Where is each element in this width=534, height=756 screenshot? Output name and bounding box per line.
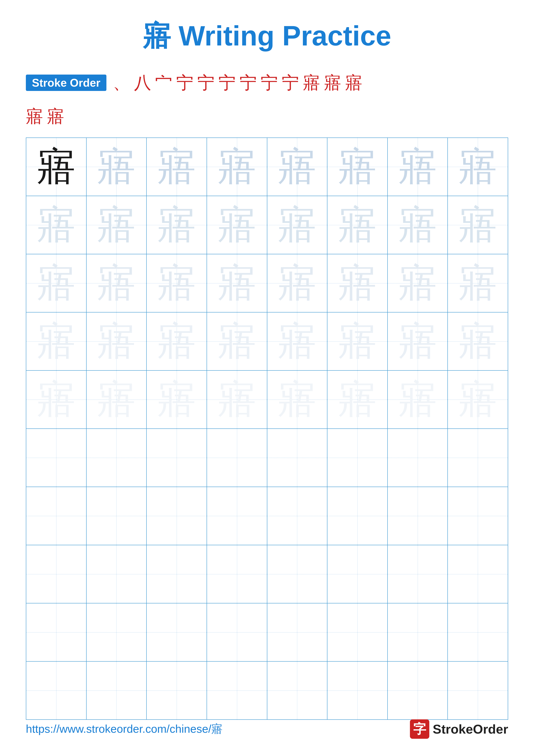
grid-cell-10-4[interactable] <box>207 662 267 719</box>
grid-cell-3-5: 寤 <box>267 254 327 312</box>
grid-cell-10-3[interactable] <box>146 662 207 719</box>
grid-cell-8-3[interactable] <box>146 545 207 603</box>
stroke-11: 寤 <box>324 72 341 93</box>
grid-row-8 <box>26 545 508 603</box>
grid-cell-4-3: 寤 <box>146 312 207 370</box>
stroke-1: 、 <box>113 72 130 93</box>
grid-cell-9-1[interactable] <box>26 603 87 662</box>
grid-row-10 <box>26 662 508 719</box>
grid-cell-4-2: 寤 <box>87 312 147 370</box>
grid-cell-7-2[interactable] <box>87 487 147 545</box>
grid-cell-9-4[interactable] <box>207 603 267 662</box>
grid-cell-6-8[interactable] <box>447 429 508 487</box>
strokeorder-logo-text: StrokeOrder <box>433 722 508 737</box>
grid-cell-5-1: 寤 <box>26 370 87 429</box>
stroke-order-badge: Stroke Order <box>26 74 106 91</box>
footer-url[interactable]: https://www.strokeorder.com/chinese/寤 <box>26 721 222 737</box>
grid-cell-8-7[interactable] <box>388 545 448 603</box>
stroke-9: 宁 <box>282 72 299 93</box>
grid-cell-1-4: 寤 <box>207 138 267 196</box>
grid-cell-7-8[interactable] <box>447 487 508 545</box>
stroke-8: 宁 <box>261 72 278 93</box>
grid-cell-6-1[interactable] <box>26 429 87 487</box>
grid-cell-1-2: 寤 <box>87 138 147 196</box>
grid-cell-4-5: 寤 <box>267 312 327 370</box>
grid-cell-6-6[interactable] <box>327 429 388 487</box>
grid-cell-10-7[interactable] <box>388 662 448 719</box>
grid-row-4: 寤 寤 寤 寤 寤 寤 寤 寤 <box>26 312 508 370</box>
grid-cell-7-5[interactable] <box>267 487 327 545</box>
grid-cell-8-4[interactable] <box>207 545 267 603</box>
grid-cell-4-4: 寤 <box>207 312 267 370</box>
grid-cell-7-1[interactable] <box>26 487 87 545</box>
grid-cell-5-8: 寤 <box>447 370 508 429</box>
grid-cell-8-8[interactable] <box>447 545 508 603</box>
grid-row-7 <box>26 487 508 545</box>
grid-cell-5-7: 寤 <box>388 370 448 429</box>
grid-cell-2-6: 寤 <box>327 196 388 254</box>
grid-cell-2-1: 寤 <box>26 196 87 254</box>
grid-cell-9-8[interactable] <box>447 603 508 662</box>
grid-cell-10-6[interactable] <box>327 662 388 719</box>
grid-cell-9-5[interactable] <box>267 603 327 662</box>
stroke-14: 寤 <box>47 106 64 127</box>
stroke-3: 宀 <box>155 72 172 93</box>
grid-cell-3-1: 寤 <box>26 254 87 312</box>
practice-grid: 寤 寤 寤 寤 寤 寤 寤 寤 寤 寤 寤 寤 寤 寤 寤 寤 寤 寤 寤 寤 … <box>26 138 508 720</box>
grid-cell-9-3[interactable] <box>146 603 207 662</box>
grid-cell-6-4[interactable] <box>207 429 267 487</box>
grid-cell-10-5[interactable] <box>267 662 327 719</box>
grid-cell-10-2[interactable] <box>87 662 147 719</box>
strokeorder-logo-icon: 字 <box>410 719 429 739</box>
grid-cell-2-4: 寤 <box>207 196 267 254</box>
grid-cell-8-1[interactable] <box>26 545 87 603</box>
grid-cell-4-7: 寤 <box>388 312 448 370</box>
grid-cell-1-7: 寤 <box>388 138 448 196</box>
grid-cell-3-6: 寤 <box>327 254 388 312</box>
grid-cell-7-3[interactable] <box>146 487 207 545</box>
grid-cell-4-8: 寤 <box>447 312 508 370</box>
stroke-sequence: 、 八 宀 宁 宁 宁 宁 宁 宁 寤 寤 寤 <box>113 72 366 93</box>
grid-cell-7-4[interactable] <box>207 487 267 545</box>
grid-cell-3-7: 寤 <box>388 254 448 312</box>
grid-cell-5-4: 寤 <box>207 370 267 429</box>
grid-cell-8-6[interactable] <box>327 545 388 603</box>
grid-row-5: 寤 寤 寤 寤 寤 寤 寤 寤 <box>26 370 508 429</box>
grid-cell-7-7[interactable] <box>388 487 448 545</box>
grid-cell-8-2[interactable] <box>87 545 147 603</box>
grid-cell-5-5: 寤 <box>267 370 327 429</box>
grid-cell-5-2: 寤 <box>87 370 147 429</box>
grid-cell-6-2[interactable] <box>87 429 147 487</box>
grid-cell-1-8: 寤 <box>447 138 508 196</box>
grid-cell-5-3: 寤 <box>146 370 207 429</box>
stroke-4: 宁 <box>176 72 193 93</box>
grid-cell-3-4: 寤 <box>207 254 267 312</box>
grid-cell-1-6: 寤 <box>327 138 388 196</box>
grid-cell-9-6[interactable] <box>327 603 388 662</box>
grid-cell-6-7[interactable] <box>388 429 448 487</box>
stroke-6: 宁 <box>218 72 236 93</box>
grid-cell-2-3: 寤 <box>146 196 207 254</box>
grid-cell-3-3: 寤 <box>146 254 207 312</box>
grid-cell-6-3[interactable] <box>146 429 207 487</box>
grid-cell-2-2: 寤 <box>87 196 147 254</box>
grid-cell-8-5[interactable] <box>267 545 327 603</box>
grid-cell-2-8: 寤 <box>447 196 508 254</box>
grid-cell-1-5: 寤 <box>267 138 327 196</box>
stroke-13: 寤 <box>26 106 43 127</box>
grid-cell-1-1: 寤 <box>26 138 87 196</box>
grid-cell-7-6[interactable] <box>327 487 388 545</box>
grid-cell-10-1[interactable] <box>26 662 87 719</box>
grid-cell-9-2[interactable] <box>87 603 147 662</box>
grid-cell-2-7: 寤 <box>388 196 448 254</box>
grid-cell-3-8: 寤 <box>447 254 508 312</box>
stroke-2: 八 <box>134 72 151 93</box>
grid-cell-6-5[interactable] <box>267 429 327 487</box>
grid-cell-3-2: 寤 <box>87 254 147 312</box>
grid-cell-9-7[interactable] <box>388 603 448 662</box>
grid-cell-10-8[interactable] <box>447 662 508 719</box>
stroke-12: 寤 <box>345 72 362 93</box>
grid-row-9 <box>26 603 508 662</box>
grid-row-3: 寤 寤 寤 寤 寤 寤 寤 寤 <box>26 254 508 312</box>
grid-cell-4-6: 寤 <box>327 312 388 370</box>
